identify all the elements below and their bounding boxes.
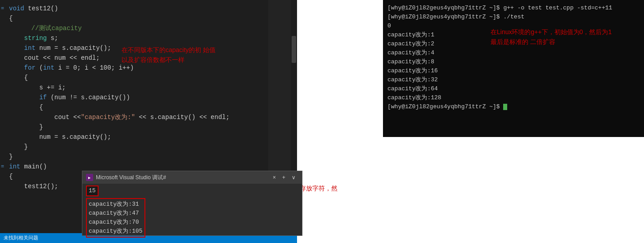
vs-dialog-add[interactable]: + <box>279 173 289 181</box>
code-line: = int main() <box>7 162 297 172</box>
code-line: { <box>7 102 297 112</box>
terminal-line-6: capacity改为:4 <box>387 49 639 57</box>
brace-open: { <box>9 13 13 23</box>
cout-num: cout << num << endl; <box>9 53 100 63</box>
kw-void: void <box>9 4 24 13</box>
kw-int2: int <box>43 63 54 73</box>
annotation-capacity: 在不同版本下的capacity的初 始值以及扩容倍数都不一样 <box>122 45 221 65</box>
code-line: = void test12() <box>7 4 297 13</box>
for-params: ( <box>36 63 43 73</box>
indent-space <box>9 63 24 73</box>
output-line-1: capacity改为:31 <box>89 200 143 209</box>
code-line: } <box>7 152 297 162</box>
right-background <box>383 137 644 243</box>
brace-if-close: } <box>9 122 43 132</box>
brace-fn-close: } <box>9 152 13 162</box>
vs-dialog-close[interactable]: × <box>270 173 279 181</box>
code-lines: = void test12() { //测试capacity string s;… <box>0 0 297 195</box>
brace-if-open: { <box>9 102 43 112</box>
terminal-line-11: capacity改为:128 <box>387 93 639 102</box>
code-line: //测试capacity <box>7 23 297 33</box>
kw-string: string <box>24 33 47 43</box>
terminal-line-9: capacity改为:32 <box>387 75 639 84</box>
num-decl: num = s.capacity(); <box>36 43 111 53</box>
code-line: if (num != s.capacity()) <box>7 93 297 102</box>
kw-int-main: int <box>9 162 20 172</box>
code-line: string s; <box>7 33 297 43</box>
scrollbar-thumb[interactable] <box>292 36 296 63</box>
kw-int: int <box>24 43 36 53</box>
output-initial: 15 <box>86 186 99 196</box>
brace-for-close: } <box>9 142 28 152</box>
terminal-line-1: [why@iZ0jl82geus4yqbhg71ttrZ ~]$ g++ -o … <box>387 4 639 13</box>
brace-main-open: { <box>9 172 13 181</box>
brace-for-open: { <box>9 73 28 83</box>
if-cond: (num != s.capacity()) <box>47 93 130 102</box>
code-line: } <box>7 142 297 152</box>
test12-call: test12(); <box>9 181 58 191</box>
code-line: { <box>7 13 297 23</box>
line-indicator: = <box>1 4 4 13</box>
line-indicator-main: = <box>1 162 4 172</box>
terminal-line-8: capacity改为:16 <box>387 66 639 75</box>
code-line: cout << "capacity改为:" << s.capacity() <<… <box>7 112 297 122</box>
output-line-3: capacity改为:70 <box>89 218 143 227</box>
comment: //测试capacity <box>16 23 82 33</box>
vs-icon: ▶ <box>86 174 93 181</box>
var-s: s; <box>47 33 58 43</box>
status-text: 未找到相关问题 <box>4 233 38 243</box>
code-line: } <box>7 122 297 132</box>
indent-space <box>9 43 24 53</box>
kw-for: for <box>24 63 36 73</box>
str-capacity: "capacity改为:" <box>81 112 135 122</box>
terminal-panel: [why@iZ0jl82geus4yqbhg71ttrZ ~]$ g++ -o … <box>383 0 644 137</box>
vs-dialog[interactable]: ▶ Microsoft Visual Studio 调试# × + ∨ 15 c… <box>82 171 302 236</box>
code-line: num = s.capacity(); <box>7 132 297 142</box>
terminal-line-7: capacity改为:8 <box>387 57 639 66</box>
s-plus-eq: s += i; <box>9 83 66 93</box>
cout-cap: cout << <box>9 112 81 122</box>
kw-if: if <box>39 93 47 102</box>
output-line-2: capacity改为:47 <box>89 209 143 218</box>
code-line: s += i; <box>7 83 297 93</box>
terminal-line-2: [why@iZ0jl82geus4yqbhg71ttrZ ~]$ ./test <box>387 13 639 22</box>
num-assign: num = s.capacity(); <box>9 132 111 142</box>
vs-dialog-dropdown[interactable]: ∨ <box>289 173 298 181</box>
indent-space <box>9 93 39 102</box>
fn-name: test12() <box>24 4 59 13</box>
vs-dialog-title: Microsoft Visual Studio 调试# <box>96 174 270 181</box>
code-line: { <box>7 73 297 83</box>
terminal-line-12: [why@iZ0jl82geus4yqbhg71ttrZ ~]$ <box>387 102 639 111</box>
terminal-line-10: capacity改为:64 <box>387 84 639 93</box>
cout-cap-rest: << s.capacity() << endl; <box>135 112 230 122</box>
output-line-4: capacity改为:105 <box>89 227 143 236</box>
output-lines: capacity改为:31 capacity改为:47 capacity改为:7… <box>86 198 145 238</box>
indent-space <box>9 33 24 43</box>
main-fn: main() <box>20 162 47 172</box>
vs-dialog-content: 15 capacity改为:31 capacity改为:47 capacity改… <box>82 184 302 239</box>
terminal-annotation: 在Linux环境的g++下，初始值为0，然后为1最后是标准的 二倍扩容 <box>491 27 630 47</box>
vs-dialog-titlebar: ▶ Microsoft Visual Studio 调试# × + ∨ <box>82 171 302 184</box>
